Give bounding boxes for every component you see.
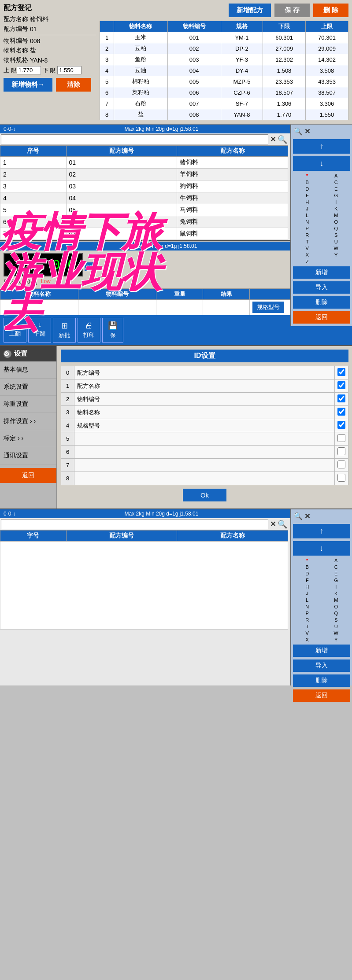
sec5-alpha-N[interactable]: N	[293, 604, 322, 610]
sec2-back-button[interactable]: 返回	[293, 311, 350, 324]
id-checkbox[interactable]	[337, 394, 345, 402]
alpha-letter-N[interactable]: N	[293, 219, 322, 225]
alpha-letter-B[interactable]: B	[293, 179, 322, 185]
alpha-letter-R[interactable]: R	[293, 232, 322, 238]
sec5-panel-close-button[interactable]: ✕	[304, 512, 310, 520]
sec5-alpha-Y[interactable]: Y	[322, 637, 351, 643]
import-button[interactable]: 导入	[293, 281, 350, 294]
sec5-alpha-A[interactable]: A	[322, 557, 351, 564]
add-material-button[interactable]: 新增物料→	[4, 78, 52, 92]
alpha-letter-Y[interactable]: Y	[322, 252, 351, 258]
delete-button[interactable]: 删 除	[313, 4, 348, 17]
sec5-alpha-O[interactable]: O	[322, 604, 351, 610]
alpha-letter-H[interactable]: H	[293, 199, 322, 205]
sec5-alpha-U[interactable]: U	[322, 623, 351, 630]
sec5-alpha-E[interactable]: E	[322, 571, 351, 577]
sec5-alpha-T[interactable]: T	[293, 623, 322, 630]
formula-row[interactable]: 6 06 兔饲料	[0, 216, 288, 228]
alpha-letter-T[interactable]: T	[293, 239, 322, 245]
id-checkbox[interactable]	[337, 421, 345, 429]
alpha-letter-O[interactable]: O	[322, 219, 351, 225]
id-checkbox[interactable]	[337, 434, 345, 442]
formula-row[interactable]: 3 03 狗饲料	[0, 181, 288, 192]
alpha-letter-K[interactable]: K	[322, 206, 351, 212]
sec5-search-input[interactable]	[1, 519, 268, 529]
alpha-letter-L[interactable]: L	[293, 212, 322, 218]
id-label-input[interactable]	[77, 435, 332, 442]
alpha-letter-U[interactable]: U	[322, 239, 351, 245]
nav-down-button[interactable]: ↓	[293, 156, 350, 171]
alpha-letter-*[interactable]: *	[293, 173, 322, 179]
id-label-input[interactable]	[77, 396, 332, 402]
save-button[interactable]: 保 存	[274, 4, 310, 17]
settings-menu-item-标定[interactable]: 标定 ›	[0, 430, 56, 447]
id-checkbox[interactable]	[337, 408, 345, 416]
sec5-close-button[interactable]: ✕	[270, 520, 276, 528]
settings-menu-item-系统设置[interactable]: 系统设置	[0, 379, 56, 396]
sec5-alpha-H[interactable]: H	[293, 584, 322, 590]
alpha-letter-V[interactable]: V	[293, 245, 322, 251]
alpha-letter-I[interactable]: I	[322, 199, 351, 205]
id-checkbox[interactable]	[337, 381, 345, 389]
nav-up-button[interactable]: ↑	[293, 139, 350, 154]
id-checkbox[interactable]	[337, 368, 345, 376]
search-input[interactable]	[1, 134, 268, 144]
formula-row[interactable]: 1 01 猪饲料	[0, 157, 288, 169]
sec5-back-button[interactable]: 返回	[293, 689, 350, 702]
settings-back-button[interactable]: 返回	[0, 468, 56, 483]
sec5-alpha-S[interactable]: S	[322, 617, 351, 623]
id-checkbox[interactable]	[337, 461, 345, 468]
id-label-input[interactable]	[77, 462, 332, 468]
formula-row[interactable]: 2 02 羊饲料	[0, 169, 288, 181]
sec5-import-button[interactable]: 导入	[293, 659, 350, 672]
alpha-letter-M[interactable]: M	[322, 212, 351, 218]
id-checkbox[interactable]	[337, 474, 345, 482]
settings-menu-item-操作设置[interactable]: 操作设置 ›	[0, 413, 56, 430]
sec5-alpha-X[interactable]: X	[293, 637, 322, 643]
settings-menu-item-通讯设置[interactable]: 通讯设置	[0, 447, 56, 464]
alpha-letter-Q[interactable]: Q	[322, 225, 351, 232]
sec5-alpha-C[interactable]: C	[322, 564, 351, 570]
alpha-letter-Z[interactable]: Z	[293, 258, 322, 265]
sec5-nav-down-button[interactable]: ↓	[293, 541, 350, 556]
settings-menu-item-称重设置[interactable]: 称重设置	[0, 396, 56, 413]
settings-menu-item-基本信息[interactable]: 基本信息	[0, 361, 56, 379]
alpha-letter-W[interactable]: W	[322, 245, 351, 251]
ok-button[interactable]: Ok	[183, 489, 226, 501]
clear-button[interactable]: 清除	[56, 78, 91, 92]
alpha-letter-F[interactable]: F	[293, 192, 322, 199]
sec3-up-button[interactable]: ↑ 上翻	[4, 318, 26, 343]
alpha-letter-A[interactable]: A	[322, 173, 351, 179]
id-label-input[interactable]	[77, 383, 332, 389]
sec5-alpha-B[interactable]: B	[293, 564, 322, 570]
alpha-letter-S[interactable]: S	[322, 232, 351, 238]
formula-row[interactable]: 7 07 鼠饲料	[0, 228, 288, 240]
sec5-alpha-W[interactable]: W	[322, 630, 351, 636]
id-label-input[interactable]	[77, 422, 332, 429]
sec3-print-button[interactable]: 🖨 打印	[78, 318, 100, 343]
alpha-letter-P[interactable]: P	[293, 225, 322, 232]
sec5-alpha-F[interactable]: F	[293, 577, 322, 583]
panel-close-button[interactable]: ✕	[304, 127, 310, 136]
add-button[interactable]: 新增	[293, 266, 350, 279]
add-formula-button[interactable]: 新增配方	[229, 4, 271, 17]
sec5-alpha-V[interactable]: V	[293, 630, 322, 636]
alpha-letter-G[interactable]: G	[322, 192, 351, 199]
sec3-batch-button[interactable]: ⊞ 新批	[53, 318, 76, 343]
sec2-delete-button[interactable]: 删除	[293, 296, 350, 309]
sec5-alpha-P[interactable]: P	[293, 610, 322, 616]
close-search-button[interactable]: ✕	[270, 135, 276, 144]
sec3-save-button[interactable]: 💾 保	[102, 318, 123, 343]
sec5-alpha-I[interactable]: I	[322, 584, 351, 590]
alpha-letter-E[interactable]: E	[322, 186, 351, 192]
id-label-input[interactable]	[77, 409, 332, 416]
sec5-alpha-Q[interactable]: Q	[322, 610, 351, 616]
id-label-input[interactable]	[77, 449, 332, 455]
alpha-letter-D[interactable]: D	[293, 186, 322, 192]
sec5-alpha-M[interactable]: M	[322, 597, 351, 603]
sec5-alpha-*[interactable]: *	[293, 557, 322, 564]
sec5-alpha-J[interactable]: J	[293, 590, 322, 597]
spec-type-button[interactable]: 规格型号	[252, 302, 284, 313]
sec5-alpha-L[interactable]: L	[293, 597, 322, 603]
id-checkbox[interactable]	[337, 447, 345, 455]
